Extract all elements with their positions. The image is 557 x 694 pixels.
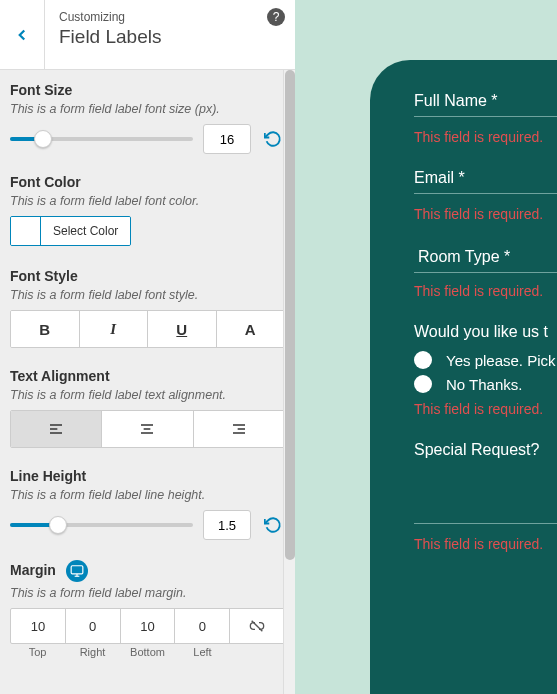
font-size-input[interactable] — [203, 124, 251, 154]
form-preview: Full Name * This field is required. Emai… — [370, 60, 557, 694]
email-label: Email * — [414, 169, 557, 187]
align-right-icon — [231, 421, 247, 437]
color-swatch[interactable] — [11, 217, 41, 245]
error-message: This field is required. — [414, 206, 557, 222]
unlink-icon — [249, 618, 265, 634]
room-type-select[interactable] — [414, 272, 557, 273]
desktop-icon — [70, 564, 84, 578]
margin-title: Margin — [10, 560, 285, 582]
error-message: This field is required. — [414, 129, 557, 145]
margin-desc: This is a form field label margin. — [10, 586, 285, 600]
underline-button[interactable]: U — [148, 311, 217, 347]
reset-icon — [264, 516, 282, 534]
email-input[interactable] — [414, 193, 557, 194]
text-align-title: Text Alignment — [10, 368, 285, 384]
page-title: Field Labels — [59, 26, 281, 48]
align-right-button[interactable] — [194, 411, 284, 447]
chevron-left-icon — [13, 26, 31, 44]
align-left-icon — [48, 421, 64, 437]
italic-button[interactable]: I — [80, 311, 149, 347]
radio-option-no[interactable]: No Thanks. — [414, 375, 557, 393]
color-picker[interactable]: Select Color — [10, 216, 131, 246]
margin-top-input[interactable]: 10 — [11, 609, 66, 643]
radio-option-yes[interactable]: Yes please. Pick — [414, 351, 557, 369]
special-request-label: Special Request? — [414, 441, 557, 459]
scrollbar[interactable] — [283, 70, 295, 694]
line-height-slider[interactable] — [10, 515, 193, 535]
font-size-title: Font Size — [10, 82, 285, 98]
uppercase-button[interactable]: A — [217, 311, 285, 347]
error-message: This field is required. — [414, 283, 557, 299]
full-name-input[interactable] — [414, 116, 557, 117]
text-align-desc: This is a form field label text alignmen… — [10, 388, 285, 402]
svg-rect-9 — [71, 566, 83, 574]
margin-top-label: Top — [10, 646, 65, 658]
font-size-slider[interactable] — [10, 129, 193, 149]
margin-right-input[interactable]: 0 — [66, 609, 121, 643]
back-button[interactable] — [0, 0, 45, 69]
responsive-toggle[interactable] — [66, 560, 88, 582]
full-name-label: Full Name * — [414, 92, 557, 110]
align-center-button[interactable] — [102, 411, 193, 447]
font-color-desc: This is a form field label font color. — [10, 194, 285, 208]
margin-bottom-input[interactable]: 10 — [121, 609, 176, 643]
margin-left-input[interactable]: 0 — [175, 609, 230, 643]
line-height-input[interactable] — [203, 510, 251, 540]
align-center-icon — [139, 421, 155, 437]
font-style-desc: This is a form field label font style. — [10, 288, 285, 302]
line-height-title: Line Height — [10, 468, 285, 484]
radio-icon — [414, 351, 432, 369]
line-height-desc: This is a form field label line height. — [10, 488, 285, 502]
pickup-label: Would you like us t — [414, 323, 557, 341]
margin-bottom-label: Bottom — [120, 646, 175, 658]
help-icon[interactable]: ? — [267, 8, 285, 26]
margin-title-text: Margin — [10, 562, 56, 578]
reset-icon — [264, 130, 282, 148]
font-style-title: Font Style — [10, 268, 285, 284]
font-color-title: Font Color — [10, 174, 285, 190]
radio-yes-label: Yes please. Pick — [446, 352, 556, 369]
radio-icon — [414, 375, 432, 393]
error-message: This field is required. — [414, 401, 557, 417]
margin-right-label: Right — [65, 646, 120, 658]
bold-button[interactable]: B — [11, 311, 80, 347]
margin-left-label: Left — [175, 646, 230, 658]
special-request-textarea[interactable] — [414, 465, 557, 523]
preview-pane: Full Name * This field is required. Emai… — [295, 0, 557, 694]
margin-link-button[interactable] — [230, 609, 284, 643]
breadcrumb: Customizing — [59, 10, 281, 24]
scrollbar-thumb[interactable] — [285, 70, 295, 560]
line-height-reset[interactable] — [261, 513, 285, 537]
font-size-reset[interactable] — [261, 127, 285, 151]
align-left-button[interactable] — [11, 411, 102, 447]
error-message: This field is required. — [414, 536, 557, 552]
select-color-button[interactable]: Select Color — [41, 217, 130, 245]
customizer-header: Customizing Field Labels ? — [0, 0, 295, 70]
radio-no-label: No Thanks. — [446, 376, 522, 393]
room-type-label[interactable]: Room Type * — [414, 246, 557, 272]
font-size-desc: This is a form field label font size (px… — [10, 102, 285, 116]
textarea-underline — [414, 523, 557, 524]
